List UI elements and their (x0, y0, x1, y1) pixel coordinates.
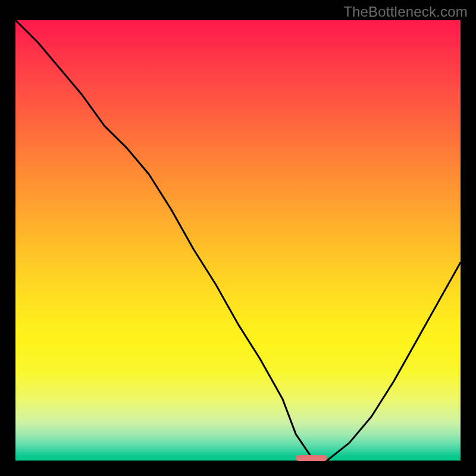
optimal-range-marker (296, 455, 327, 461)
gradient-background (15, 20, 461, 461)
plot-area (15, 20, 461, 461)
chart-frame: TheBottleneck.com (0, 0, 476, 476)
watermark-text: TheBottleneck.com (343, 4, 468, 20)
